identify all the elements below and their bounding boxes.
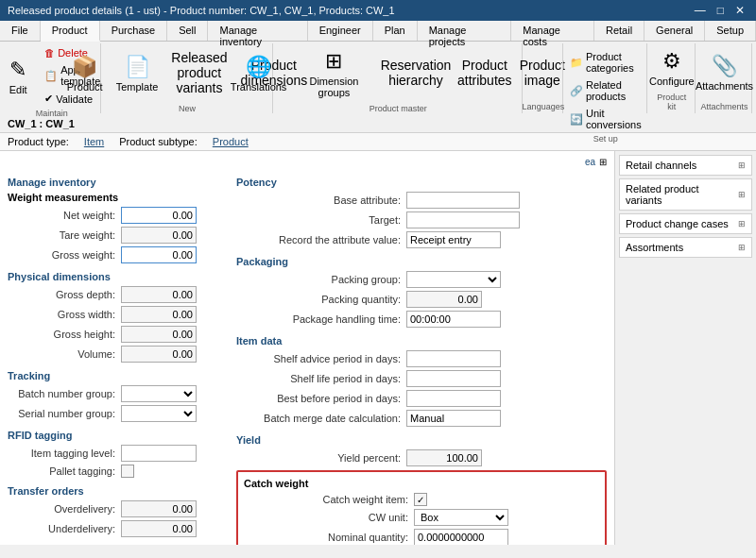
- packing-quantity-input[interactable]: [406, 291, 482, 308]
- shelf-advice-input[interactable]: [406, 350, 501, 367]
- underdelivery-input[interactable]: [121, 520, 197, 537]
- yield-percent-input[interactable]: [406, 449, 482, 466]
- pallet-tagging-checkbox[interactable]: [121, 465, 134, 478]
- template-button[interactable]: 📄 Template: [112, 45, 163, 102]
- best-before-input[interactable]: [406, 390, 501, 407]
- related-product-variants-item[interactable]: Related product variants ⊞: [619, 178, 752, 211]
- assortments-item[interactable]: Assortments ⊞: [619, 237, 752, 258]
- product-categories-button[interactable]: 📁 Product categories: [566, 49, 645, 76]
- tab-file[interactable]: File: [0, 21, 41, 41]
- tab-setup[interactable]: Setup: [705, 21, 756, 41]
- item-tagging-row: Item tagging level:: [8, 445, 225, 462]
- gross-width-input[interactable]: [121, 306, 197, 323]
- target-input[interactable]: [406, 211, 520, 228]
- record-attribute-input[interactable]: [406, 231, 501, 248]
- cw-unit-select[interactable]: Box: [414, 509, 508, 526]
- package-handling-input[interactable]: [406, 311, 501, 328]
- ribbon-group-languages: Languages: [524, 43, 563, 113]
- close-button[interactable]: ✕: [731, 4, 748, 17]
- volume-input[interactable]: [121, 346, 197, 363]
- product-type-bar: Product type: Item Product subtype: Prod…: [0, 133, 756, 151]
- cw-unit-label: CW unit:: [244, 512, 414, 523]
- batch-number-select[interactable]: [121, 385, 197, 402]
- packing-group-select[interactable]: [406, 271, 501, 288]
- tab-manage-projects[interactable]: Manage projects: [418, 21, 512, 41]
- packing-group-row: Packing group:: [236, 271, 607, 288]
- packing-quantity-label: Packing quantity:: [236, 294, 406, 305]
- edit-icon: ✎: [9, 58, 26, 82]
- serial-number-select[interactable]: [121, 405, 197, 422]
- catch-weight-item-checkbox[interactable]: ✓: [414, 493, 427, 506]
- expand-icon[interactable]: ⊞: [599, 157, 607, 167]
- related-product-variants-expand-icon: ⊞: [738, 190, 746, 199]
- batch-merge-input[interactable]: [406, 410, 501, 427]
- related-products-icon: 🔗: [570, 85, 583, 97]
- catch-weight-item-label: Catch weight item:: [244, 494, 414, 505]
- tab-general[interactable]: General: [644, 21, 705, 41]
- item-tagging-input[interactable]: [121, 445, 197, 462]
- tab-retail[interactable]: Retail: [594, 21, 644, 41]
- base-attribute-input[interactable]: [406, 192, 520, 209]
- maintain-group-label: Maintain: [36, 107, 68, 118]
- shelf-life-label: Shelf life period in days:: [236, 373, 406, 384]
- content-columns: Manage inventory Weight measurements Net…: [8, 169, 607, 545]
- translations-button[interactable]: 🌐 Translations: [229, 45, 288, 102]
- gross-weight-label: Gross weight:: [8, 249, 121, 261]
- unit-conversions-button[interactable]: 🔄 Unit conversions: [566, 106, 645, 132]
- shelf-life-input[interactable]: [406, 370, 501, 387]
- dimension-groups-button[interactable]: ⊞ Dimension groups: [292, 45, 376, 102]
- gross-height-input[interactable]: [121, 326, 197, 343]
- volume-row: Volume:: [8, 346, 225, 363]
- attachments-button[interactable]: 📎 Attachments: [691, 45, 756, 100]
- tare-weight-input[interactable]: [121, 227, 197, 244]
- reservation-hierarchy-button[interactable]: Reservationhierarchy: [380, 45, 452, 102]
- ribbon-group-product-master: 🌐 Translations ⊞ Dimension groups Reserv…: [275, 43, 523, 113]
- retail-channels-item[interactable]: Retail channels ⊞: [619, 155, 752, 176]
- net-weight-row: Net weight:: [8, 207, 225, 224]
- batch-merge-row: Batch merge date calculation:: [236, 410, 607, 427]
- best-before-row: Best before period in days:: [236, 390, 607, 407]
- maximize-button[interactable]: □: [713, 4, 728, 17]
- ea-label: ea: [585, 157, 595, 167]
- title-bar-controls: — □ ✕: [691, 4, 748, 17]
- tab-product[interactable]: Product: [41, 21, 100, 42]
- new-group-label: New: [179, 102, 196, 113]
- cw-unit-row: CW unit: Box: [244, 509, 599, 526]
- attachments-icon: 📎: [712, 54, 737, 78]
- tab-manage-costs[interactable]: Manage costs: [511, 21, 594, 41]
- yield-header: Yield: [236, 434, 607, 446]
- underdelivery-row: Underdelivery:: [8, 520, 225, 537]
- gross-depth-input[interactable]: [121, 286, 197, 303]
- edit-button[interactable]: ✎ Edit: [0, 48, 37, 105]
- yield-percent-row: Yield percent:: [236, 449, 607, 466]
- product-change-cases-item[interactable]: Product change cases ⊞: [619, 213, 752, 234]
- net-weight-input[interactable]: [121, 207, 197, 224]
- product-categories-icon: 📁: [570, 57, 583, 69]
- related-products-button[interactable]: 🔗 Related products: [566, 77, 645, 104]
- nominal-quantity-input[interactable]: [414, 529, 508, 545]
- released-product-variants-button[interactable]: Releasedproductvariants: [166, 45, 232, 102]
- product-master-buttons: 🌐 Translations ⊞ Dimension groups Reserv…: [229, 45, 567, 102]
- tab-manage-inventory[interactable]: Manage inventory: [208, 21, 307, 41]
- tab-purchase[interactable]: Purchase: [100, 21, 167, 41]
- tab-engineer[interactable]: Engineer: [308, 21, 373, 41]
- variants-icon: Releasedproductvariants: [171, 50, 227, 95]
- ribbon-group-attachments: 📎 Attachments Attachments: [697, 43, 752, 113]
- product-attributes-button[interactable]: Productattributes: [455, 45, 513, 102]
- gross-weight-row: Gross weight:: [8, 246, 225, 263]
- col-right: Potency Base attribute: Target: Record t…: [225, 169, 607, 545]
- overdelivery-row: Overdelivery:: [8, 500, 225, 517]
- gross-weight-input[interactable]: [121, 246, 197, 263]
- product-attributes-icon: Productattributes: [457, 58, 512, 88]
- tab-sell[interactable]: Sell: [167, 21, 208, 41]
- tab-plan[interactable]: Plan: [373, 21, 418, 41]
- potency-header: Potency: [236, 177, 607, 188]
- best-before-label: Best before period in days:: [236, 393, 406, 404]
- product-button[interactable]: 📦 Product: [62, 45, 108, 102]
- product-subtype-label: Product subtype:: [119, 136, 198, 147]
- serial-number-row: Serial number group:: [8, 405, 225, 422]
- pallet-tagging-row: Pallet tagging:: [8, 465, 225, 478]
- right-panel: Retail channels ⊞ Related product varian…: [614, 151, 756, 545]
- minimize-button[interactable]: —: [691, 4, 710, 17]
- overdelivery-input[interactable]: [121, 500, 197, 517]
